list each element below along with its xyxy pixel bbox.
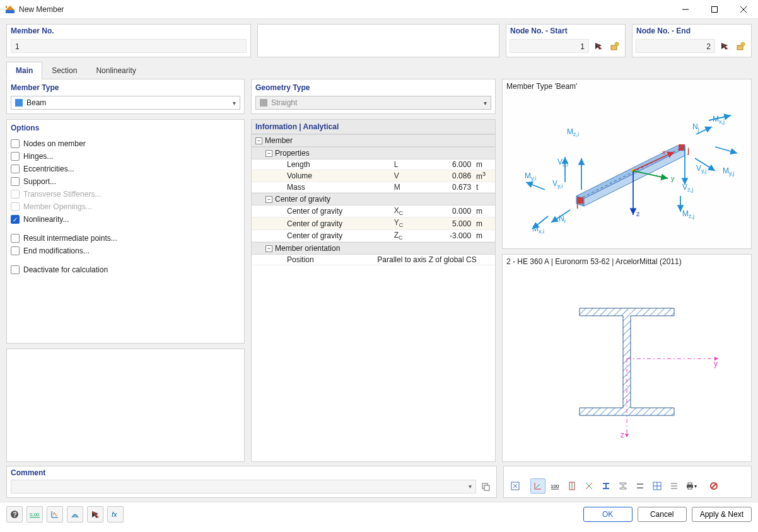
view-axes-button[interactable] (530, 478, 545, 494)
function-button[interactable]: fx (107, 506, 124, 523)
checkbox-icon[interactable] (11, 177, 20, 186)
svg-marker-19 (584, 148, 685, 206)
bottombar: ? 0,00 fx OK Cancel Apply & Next (0, 502, 758, 528)
units-button[interactable]: 0,00 (26, 506, 43, 523)
chevron-down-icon: ▾ (233, 100, 236, 107)
geometry-type-panel: Geometry Type Straight ▾ (251, 79, 496, 114)
section-preview-panel: 2 - HE 360 A | Euronorm 53-62 | ArcelorM… (502, 254, 752, 462)
cancel-button[interactable]: Cancel (638, 507, 687, 522)
tree-node-orientation[interactable]: − Member orientation (252, 242, 495, 255)
svg-text:Mx,j: Mx,j (713, 115, 725, 125)
checkbox-icon[interactable] (11, 265, 20, 274)
svg-text:i: i (576, 202, 578, 211)
checkbox-icon[interactable] (11, 139, 20, 148)
collapse-icon[interactable]: − (265, 150, 272, 157)
preview-toolbar: 100 ▾ (503, 466, 752, 498)
tab-main[interactable]: Main (6, 62, 42, 79)
member-type-select[interactable]: Beam ▾ (11, 96, 240, 110)
member-preview-graphic: i j x y z (503, 93, 751, 248)
svg-text:y: y (671, 175, 675, 182)
option-end-modifications[interactable]: End modifications... (11, 245, 240, 257)
new-node-end-button[interactable] (734, 39, 748, 53)
checkbox-icon (11, 202, 20, 211)
svg-text:Ni: Ni (559, 214, 566, 224)
svg-text:Vz,j: Vz,j (682, 183, 693, 193)
minimize-button[interactable] (671, 0, 700, 19)
apply-next-button[interactable]: Apply & Next (692, 507, 752, 522)
view-grid-button[interactable] (650, 478, 665, 494)
option-support[interactable]: Support... (11, 175, 240, 188)
svg-text:My,j: My,j (723, 166, 734, 176)
col-right: Member Type 'Beam' (502, 79, 752, 462)
left-blank-panel (6, 349, 245, 462)
view-dimensions-button[interactable]: 100 (547, 478, 563, 494)
options-label: Options (7, 120, 244, 135)
comment-input[interactable]: ▾ (11, 480, 476, 494)
svg-rect-78 (688, 483, 692, 485)
collapse-icon[interactable]: − (265, 245, 272, 252)
tree-node-properties[interactable]: − Properties (252, 147, 495, 159)
view-ibeam-filled-button[interactable] (598, 478, 614, 494)
svg-rect-61 (484, 485, 489, 490)
node-end-label: Node No. - End (633, 25, 751, 38)
new-node-start-button[interactable] (608, 39, 622, 53)
options-panel: Options Nodes on memberHinges...Eccentri… (6, 119, 245, 344)
node-end-panel: Node No. - End 2 (632, 24, 752, 57)
option-deactivate[interactable]: Deactivate for calculation (11, 263, 240, 276)
pick-node-end-button[interactable] (718, 39, 732, 53)
view-plate-button[interactable] (633, 478, 648, 494)
checkbox-icon[interactable] (11, 246, 20, 255)
checkbox-icon[interactable] (11, 152, 20, 161)
view-list-button[interactable] (667, 478, 682, 494)
tree-label-member: Member (265, 136, 293, 145)
svg-rect-0 (6, 10, 15, 13)
window-controls (671, 0, 758, 19)
checkbox-icon[interactable] (11, 165, 20, 173)
svg-line-35 (526, 182, 545, 190)
member-no-input[interactable]: 1 (11, 39, 247, 53)
node-end-input[interactable]: 2 (636, 39, 715, 53)
node-start-input[interactable]: 1 (510, 39, 589, 53)
close-button[interactable] (729, 0, 758, 19)
maximize-button[interactable] (700, 0, 729, 19)
tree-node-cog[interactable]: − Center of gravity (252, 193, 495, 205)
reset-view-button[interactable] (706, 478, 721, 494)
help-button[interactable]: ? (6, 506, 23, 523)
collapse-icon[interactable]: − (265, 196, 272, 203)
svg-text:Vy,i: Vy,i (552, 179, 563, 189)
pick-node-start-button[interactable] (592, 39, 605, 53)
option-result-intermediate[interactable]: Result intermediate points... (11, 232, 240, 245)
info-header: Information | Analytical (252, 120, 495, 134)
expand-view-button[interactable] (508, 478, 523, 494)
tree-node-member[interactable]: − Member (252, 134, 495, 147)
svg-text:y: y (714, 359, 718, 368)
option-transverse: Transverse Stiffeners... (11, 188, 240, 200)
tree-label-cog: Center of gravity (275, 195, 330, 204)
ok-button[interactable]: OK (583, 507, 633, 522)
checkbox-icon[interactable]: ✓ (11, 215, 20, 224)
member-axis-button[interactable] (47, 506, 63, 523)
checkbox-icon[interactable] (11, 234, 20, 243)
view-section-axes-button[interactable] (564, 478, 580, 494)
delete-member-button[interactable] (87, 506, 103, 523)
header-spacer (257, 24, 499, 57)
section-preview-title: 2 - HE 360 A | Euronorm 53-62 | ArcelorM… (503, 255, 751, 269)
option-hinges[interactable]: Hinges... (11, 150, 240, 163)
shear-diagram-button[interactable] (67, 506, 83, 523)
print-button[interactable]: ▾ (684, 478, 699, 494)
svg-text:Mz,j: Mz,j (682, 209, 694, 219)
copy-comment-button[interactable] (479, 480, 493, 494)
cog-row: Center of gravityZC-3.000m (252, 229, 495, 241)
tab-section[interactable]: Section (42, 62, 86, 79)
view-ibeam-outline-button[interactable] (615, 478, 631, 494)
comment-panel: Comment ▾ (6, 466, 497, 498)
option-eccentricities[interactable]: Eccentricities... (11, 163, 240, 175)
tab-nonlinearity[interactable]: Nonlinearity (86, 62, 145, 79)
collapse-icon[interactable]: − (255, 137, 262, 144)
view-principal-axes-button[interactable] (581, 478, 597, 494)
option-nodes-on-member[interactable]: Nodes on member (11, 137, 240, 150)
titlebar: New Member (0, 0, 758, 19)
orientation-table: Position Parallel to axis Z of global CS (252, 255, 495, 265)
bottombar-right: OK Cancel Apply & Next (583, 507, 752, 522)
option-nonlinearity[interactable]: ✓Nonlinearity... (11, 213, 240, 226)
